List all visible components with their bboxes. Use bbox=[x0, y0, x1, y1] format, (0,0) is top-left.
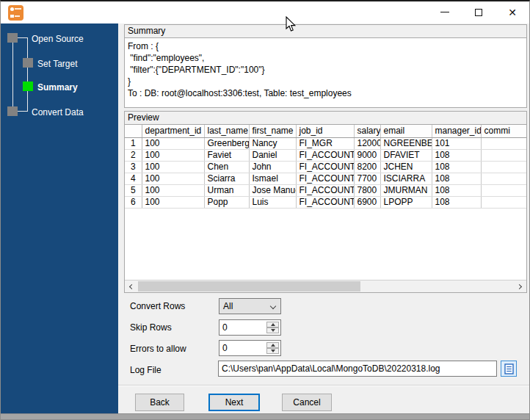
window-bottom-edge bbox=[1, 413, 529, 419]
cell: 108 bbox=[432, 161, 481, 173]
cancel-button[interactable]: Cancel bbox=[282, 394, 332, 411]
step-marker-summary-active bbox=[23, 82, 33, 91]
chevron-down-icon bbox=[270, 303, 276, 309]
main-panel: Summary From : { "find":"employees", "fi… bbox=[118, 23, 530, 415]
cell bbox=[481, 137, 526, 149]
cell: 108 bbox=[432, 173, 481, 184]
titlebar: ✕ bbox=[1, 1, 529, 23]
cell: 7800 bbox=[354, 184, 380, 196]
convert-rows-label: Convert Rows bbox=[130, 301, 185, 311]
table-row[interactable]: 4 100 Sciarra Ismael FI_ACCOUNT 7700 ISC… bbox=[125, 173, 526, 184]
cell: 101 bbox=[432, 137, 481, 149]
cell: 12000 bbox=[354, 137, 380, 149]
next-button[interactable]: Next bbox=[208, 394, 260, 411]
cell: 108 bbox=[432, 149, 481, 161]
cell bbox=[481, 184, 526, 196]
wizard-sidebar: Open Source Set Target Summary Convert D… bbox=[1, 23, 118, 415]
column-header[interactable]: job_id bbox=[296, 125, 354, 137]
cell: 7700 bbox=[354, 173, 380, 184]
cell: Ismael bbox=[249, 173, 296, 184]
scroll-left-icon[interactable] bbox=[125, 280, 137, 292]
spin-down-icon[interactable] bbox=[266, 327, 279, 333]
row-number: 1 bbox=[125, 137, 142, 149]
tree-connector-line bbox=[18, 37, 28, 38]
cell: FI_ACCOUNT bbox=[296, 184, 354, 196]
sidebar-item-convert-data: Convert Data bbox=[32, 108, 84, 117]
cell: LPOPP bbox=[380, 196, 432, 208]
cell: Urman bbox=[204, 184, 249, 196]
spin-up-icon[interactable] bbox=[266, 342, 279, 348]
table-row[interactable]: 6 100 Popp Luis FI_ACCOUNT 6900 LPOPP 10… bbox=[125, 196, 526, 208]
close-icon: ✕ bbox=[508, 7, 517, 18]
grid-corner-cell bbox=[125, 125, 142, 137]
cell: FI_ACCOUNT bbox=[296, 196, 354, 208]
close-button[interactable]: ✕ bbox=[495, 1, 529, 23]
cell: JCHEN bbox=[380, 161, 432, 173]
row-number: 3 bbox=[125, 161, 142, 173]
summary-section: Summary From : { "find":"employees", "fi… bbox=[124, 24, 527, 108]
row-number: 6 bbox=[125, 196, 142, 208]
cell: Chen bbox=[204, 161, 249, 173]
step-marker-convert-data bbox=[7, 106, 18, 116]
row-number: 4 bbox=[125, 173, 142, 184]
sidebar-item-summary: Summary bbox=[37, 83, 78, 93]
scroll-right-icon[interactable] bbox=[514, 280, 526, 292]
cell: 108 bbox=[432, 184, 481, 196]
cell: 6900 bbox=[354, 196, 380, 208]
tree-connector-line bbox=[18, 111, 28, 112]
tree-connector-line bbox=[12, 43, 13, 106]
footer-separator bbox=[118, 385, 530, 386]
summary-section-label: Summary bbox=[125, 25, 526, 38]
spin-up-icon[interactable] bbox=[266, 322, 279, 327]
cell: Luis bbox=[249, 196, 296, 208]
preview-section: Preview department_id last_name first_na… bbox=[124, 111, 527, 293]
errors-to-allow-stepper[interactable]: 0 bbox=[219, 340, 281, 356]
back-button[interactable]: Back bbox=[135, 394, 184, 411]
table-row[interactable]: 5 100 Urman Jose Manuel FI_ACCOUNT 7800 … bbox=[125, 184, 526, 196]
cell bbox=[481, 196, 526, 208]
cell bbox=[481, 161, 526, 173]
preview-grid[interactable]: department_id last_name first_name job_i… bbox=[125, 125, 526, 280]
cell: 100 bbox=[142, 184, 204, 196]
scrollbar-thumb[interactable] bbox=[138, 281, 360, 292]
cell: Sciarra bbox=[204, 173, 249, 184]
horizontal-scrollbar[interactable] bbox=[125, 280, 526, 292]
tree-connector-line bbox=[27, 37, 28, 112]
table-row[interactable]: 3 100 Chen John FI_ACCOUNT 8200 JCHEN 10… bbox=[125, 161, 526, 173]
app-icon bbox=[8, 5, 23, 21]
skip-rows-label: Skip Rows bbox=[130, 322, 172, 333]
table-row[interactable]: 1 100 Greenberg Nancy FI_MGR 12000 NGREE… bbox=[125, 137, 526, 149]
open-log-button[interactable] bbox=[501, 361, 517, 377]
summary-line: To : DB: root@localhost:3306:test, Table… bbox=[128, 87, 523, 99]
column-header[interactable]: salary bbox=[354, 125, 380, 137]
column-header[interactable]: department_id bbox=[142, 125, 204, 137]
maximize-button[interactable] bbox=[462, 1, 495, 23]
cell: 9000 bbox=[354, 149, 380, 161]
document-icon bbox=[504, 363, 514, 374]
cell: ISCIARRA bbox=[380, 173, 432, 184]
row-number: 2 bbox=[125, 149, 142, 161]
sidebar-item-open-source: Open Source bbox=[32, 35, 84, 44]
summary-text: From : { "find":"employees", "filter":{"… bbox=[125, 38, 526, 107]
skip-rows-stepper[interactable]: 0 bbox=[219, 319, 281, 336]
minimize-button[interactable] bbox=[428, 1, 462, 23]
convert-rows-select[interactable]: All bbox=[219, 298, 281, 314]
cell: Daniel bbox=[249, 149, 296, 161]
column-header[interactable]: last_name bbox=[204, 125, 249, 137]
cell: FI_MGR bbox=[296, 137, 354, 149]
step-marker-open-source bbox=[7, 33, 18, 43]
mouse-cursor bbox=[286, 16, 297, 33]
errors-to-allow-label: Errors to allow bbox=[130, 344, 186, 354]
log-file-input[interactable]: C:\Users\pan\AppData\Local\MongoToDB\202… bbox=[218, 361, 497, 377]
spin-down-icon[interactable] bbox=[266, 348, 279, 354]
column-header[interactable]: manager_id bbox=[432, 125, 481, 137]
column-header[interactable]: first_name bbox=[249, 125, 296, 137]
summary-line: } bbox=[128, 76, 523, 87]
cell bbox=[481, 173, 526, 184]
table-row[interactable]: 2 100 Faviet Daniel FI_ACCOUNT 9000 DFAV… bbox=[125, 149, 526, 161]
row-number: 5 bbox=[125, 184, 142, 196]
skip-rows-value: 0 bbox=[222, 322, 228, 333]
column-header[interactable]: email bbox=[380, 125, 432, 137]
summary-line: "find":"employees", bbox=[128, 52, 523, 64]
column-header[interactable]: commi bbox=[481, 125, 526, 137]
